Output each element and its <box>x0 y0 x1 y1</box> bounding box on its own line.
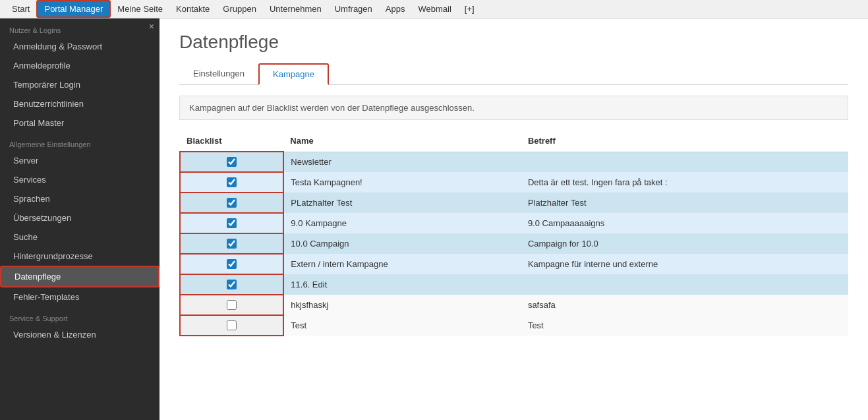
sidebar-item-server[interactable]: Server <box>0 151 159 170</box>
tab-bar: EinstellungenKampagne <box>179 63 848 85</box>
col-name: Name <box>283 131 521 152</box>
sidebar-item-hintergrundprozesse[interactable]: Hintergrundprozesse <box>0 247 159 266</box>
tab-kampagne[interactable]: Kampagne <box>258 63 329 85</box>
campaign-betreff: Test <box>521 315 848 336</box>
sidebar-item-benutzerrichtlinien[interactable]: Benutzerrichtlinien <box>0 94 159 113</box>
sidebar-item-datenpflege[interactable]: Datenpflege <box>0 266 159 287</box>
campaign-name: PLatzhalter Test <box>283 193 521 213</box>
campaign-betreff: Kampagne für interne und externe <box>521 254 848 274</box>
sidebar-item-services[interactable]: Services <box>0 170 159 189</box>
sidebar-item-portal-master[interactable]: Portal Master <box>0 113 159 133</box>
sidebar-section-label: Nutzer & Logins <box>0 18 159 37</box>
tab-einstellungen[interactable]: Einstellungen <box>179 63 258 85</box>
topnav-item-umfragen[interactable]: Umfragen <box>328 1 379 16</box>
table-row: Extern / intern KampagneKampagne für int… <box>180 254 848 274</box>
campaign-betreff: 9.0 Campaaaaaigns <box>521 213 848 233</box>
sidebar-section-label: Allgemeine Einstellungen <box>0 133 159 151</box>
campaign-name: Test <box>283 315 521 336</box>
topnav-item-unternehmen[interactable]: Unternehmen <box>263 1 328 16</box>
campaign-betreff: Platzhalter Test <box>521 193 848 213</box>
campaign-name: hkjsfhaskj <box>283 295 521 315</box>
topnav-item-[interactable]: [+] <box>458 1 481 16</box>
blacklist-checkbox[interactable] <box>227 320 237 330</box>
topnav-item-apps[interactable]: Apps <box>379 1 412 16</box>
campaign-table: Blacklist Name Betreff NewsletterTesta K… <box>179 131 848 336</box>
blacklist-checkbox[interactable] <box>227 198 237 208</box>
table-row: 10.0 CampaignCampaign for 10.0 <box>180 233 848 254</box>
campaign-name: Extern / intern Kampagne <box>283 254 521 274</box>
blacklist-checkbox[interactable] <box>227 157 237 167</box>
content-area: Datenpflege EinstellungenKampagne Kampag… <box>159 18 868 420</box>
sidebar-item-fehler-templates[interactable]: Fehler-Templates <box>0 287 159 307</box>
table-row: PLatzhalter TestPlatzhalter Test <box>180 193 848 213</box>
table-row: Testa Kampagnen!Detta är ett test. Ingen… <box>180 172 848 193</box>
campaign-name: Newsletter <box>283 152 521 172</box>
info-box: Kampagnen auf der Blacklist werden von d… <box>179 96 848 120</box>
blacklist-checkbox[interactable] <box>227 177 237 187</box>
campaign-betreff <box>521 152 848 172</box>
campaign-betreff: safsafa <box>521 295 848 315</box>
main-layout: × Nutzer & LoginsAnmeldung & PasswortAnm… <box>0 18 868 420</box>
table-row: 11.6. Edit <box>180 274 848 295</box>
sidebar-item-versionen--lizenzen[interactable]: Versionen & Lizenzen <box>0 325 159 344</box>
table-header-row: Blacklist Name Betreff <box>180 131 848 152</box>
campaign-name: 9.0 Kampagne <box>283 213 521 233</box>
topnav-item-meine-seite[interactable]: Meine Seite <box>111 1 169 16</box>
campaign-name: Testa Kampagnen! <box>283 172 521 193</box>
sidebar-item-anmeldeprofile[interactable]: Anmeldeprofile <box>0 56 159 75</box>
blacklist-checkbox[interactable] <box>227 218 237 228</box>
col-blacklist: Blacklist <box>180 131 283 152</box>
sidebar-item-suche[interactable]: Suche <box>0 227 159 247</box>
campaign-name: 10.0 Campaign <box>283 233 521 254</box>
campaign-betreff: Detta är ett test. Ingen fara på taket : <box>521 172 848 193</box>
topnav-item-portal-manager[interactable]: Portal Manager <box>36 0 111 18</box>
table-row: hkjsfhaskjsafsafa <box>180 295 848 315</box>
sidebar-item-temporrer-login[interactable]: Temporärer Login <box>0 75 159 94</box>
sidebar: × Nutzer & LoginsAnmeldung & PasswortAnm… <box>0 18 159 420</box>
campaign-betreff: Campaign for 10.0 <box>521 233 848 254</box>
page-title: Datenpflege <box>179 32 848 53</box>
blacklist-checkbox[interactable] <box>227 259 237 269</box>
blacklist-checkbox[interactable] <box>227 239 237 249</box>
topnav-item-start[interactable]: Start <box>5 1 36 16</box>
sidebar-item-anmeldung--passwort[interactable]: Anmeldung & Passwort <box>0 37 159 56</box>
sidebar-section-label: Service & Support <box>0 307 159 325</box>
sidebar-close-icon[interactable]: × <box>149 21 154 32</box>
table-row: Newsletter <box>180 152 848 172</box>
table-row: TestTest <box>180 315 848 336</box>
col-betreff: Betreff <box>521 131 848 152</box>
topnav-item-gruppen[interactable]: Gruppen <box>216 1 263 16</box>
topnav-item-webmail[interactable]: Webmail <box>411 1 457 16</box>
blacklist-checkbox[interactable] <box>227 300 237 310</box>
blacklist-checkbox[interactable] <box>227 280 237 289</box>
sidebar-item-bersetzungen[interactable]: Übersetzungen <box>0 208 159 227</box>
sidebar-item-sprachen[interactable]: Sprachen <box>0 189 159 208</box>
campaign-betreff <box>521 274 848 295</box>
topnav-item-kontakte[interactable]: Kontakte <box>169 1 216 16</box>
campaign-name: 11.6. Edit <box>283 274 521 295</box>
table-row: 9.0 Kampagne9.0 Campaaaaaigns <box>180 213 848 233</box>
top-navigation: StartPortal ManagerMeine SeiteKontakteGr… <box>0 0 868 18</box>
